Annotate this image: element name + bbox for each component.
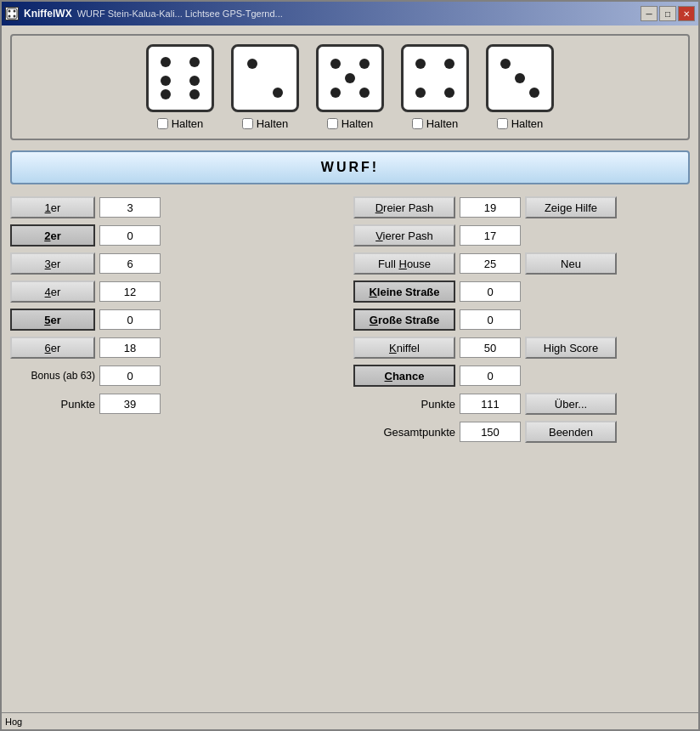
beenden-button[interactable]: Beenden bbox=[525, 421, 617, 443]
val-chance: 0 bbox=[460, 366, 521, 386]
dot bbox=[444, 88, 454, 98]
btn-kniffel[interactable]: Kniffel bbox=[353, 337, 455, 359]
svg-point-3 bbox=[8, 15, 11, 18]
dot bbox=[189, 89, 200, 99]
btn-4er[interactable]: 4er bbox=[10, 280, 95, 303]
val-5er: 0 bbox=[99, 309, 161, 330]
maximize-button[interactable]: □ bbox=[659, 6, 676, 21]
punkte-right-label: Punkte bbox=[353, 398, 455, 411]
btn-1er[interactable]: 1er bbox=[10, 196, 95, 218]
statusbar-text: Hog bbox=[5, 717, 22, 727]
dot bbox=[444, 59, 454, 69]
titlebar: KniffelWX WURF Stein-Kalua-Kali... Licht… bbox=[2, 2, 698, 26]
val-punkte-right: 111 bbox=[460, 394, 521, 414]
btn-dreier-pash[interactable]: Dreier Pash bbox=[353, 196, 455, 218]
val-2er: 0 bbox=[99, 225, 161, 246]
right-scores: Dreier Pash 19 Zeige Hilfe Vierer Pash 1… bbox=[353, 195, 690, 704]
window-controls: ─ □ ✕ bbox=[641, 6, 695, 21]
zeige-hilfe-button[interactable]: Zeige Hilfe bbox=[525, 196, 617, 218]
val-4er: 12 bbox=[99, 281, 161, 302]
dot bbox=[529, 88, 539, 98]
val-6er: 18 bbox=[99, 337, 161, 358]
score-row-3er: 3er 6 bbox=[10, 251, 347, 276]
wurf-area: WURF! bbox=[10, 147, 690, 188]
dot bbox=[330, 88, 341, 98]
btn-chance[interactable]: Chance bbox=[353, 365, 455, 387]
hold-2-checkbox[interactable] bbox=[242, 118, 253, 129]
close-button[interactable]: ✕ bbox=[678, 6, 695, 21]
svg-point-1 bbox=[8, 10, 11, 13]
die-2 bbox=[231, 44, 299, 112]
hold-5-label[interactable]: Halten bbox=[497, 117, 544, 130]
dot bbox=[189, 76, 200, 86]
die-5-container: Halten bbox=[486, 44, 554, 130]
hold-4-checkbox[interactable] bbox=[412, 118, 423, 129]
btn-kleine-strasse[interactable]: Kleine Straße bbox=[353, 280, 455, 303]
dot bbox=[415, 88, 426, 98]
hold-5-checkbox[interactable] bbox=[497, 118, 508, 129]
btn-full-house[interactable]: Full House bbox=[353, 252, 455, 275]
high-score-button[interactable]: High Score bbox=[525, 337, 617, 359]
bonus-label: Bonus (ab 63) bbox=[10, 370, 95, 382]
statusbar: Hog bbox=[2, 712, 698, 729]
svg-point-2 bbox=[14, 10, 16, 13]
score-row-fullhouse: Full House 25 Neu bbox=[353, 251, 690, 276]
die-1-container: Halten bbox=[146, 44, 214, 130]
val-grosse: 0 bbox=[460, 309, 521, 330]
val-punkte-left: 39 bbox=[99, 394, 161, 414]
punkte-left-row: Punkte 39 bbox=[10, 391, 347, 416]
score-row-grosse: Große Straße 0 bbox=[353, 307, 690, 332]
dot bbox=[247, 59, 257, 69]
dot bbox=[330, 59, 341, 69]
score-row-6er: 6er 18 bbox=[10, 335, 347, 360]
btn-6er[interactable]: 6er bbox=[10, 337, 95, 359]
minimize-button[interactable]: ─ bbox=[641, 6, 658, 21]
ueber-button[interactable]: Über... bbox=[525, 393, 617, 415]
dot bbox=[515, 73, 525, 83]
score-row-4er: 4er 12 bbox=[10, 279, 347, 304]
hold-2-label[interactable]: Halten bbox=[242, 117, 289, 130]
dot bbox=[161, 89, 171, 99]
gesamt-row: Gesamtpunkte 150 Beenden bbox=[353, 419, 690, 445]
die-3 bbox=[316, 44, 384, 112]
svg-point-4 bbox=[14, 15, 16, 18]
val-1er: 3 bbox=[99, 197, 161, 218]
wurf-button[interactable]: WURF! bbox=[10, 150, 690, 184]
score-row-vierer: Vierer Pash 17 bbox=[353, 223, 690, 248]
left-scores: 1er 3 2er 0 3er 6 4er 12 5er 0 bbox=[10, 195, 347, 704]
die-3-container: Halten bbox=[316, 44, 384, 130]
hold-1-label[interactable]: Halten bbox=[157, 117, 204, 130]
dice-row: Halten Halten bbox=[146, 44, 554, 130]
btn-2er[interactable]: 2er bbox=[10, 224, 95, 246]
hold-4-label[interactable]: Halten bbox=[412, 117, 459, 130]
app-icon bbox=[5, 7, 19, 20]
dot bbox=[161, 76, 171, 86]
dot bbox=[161, 57, 171, 67]
btn-3er[interactable]: 3er bbox=[10, 252, 95, 275]
val-kniffel: 50 bbox=[460, 337, 521, 358]
score-row-1er: 1er 3 bbox=[10, 195, 347, 220]
dot bbox=[415, 59, 426, 69]
val-fullhouse: 25 bbox=[460, 253, 521, 274]
neu-button[interactable]: Neu bbox=[525, 252, 617, 275]
val-gesamt: 150 bbox=[460, 422, 521, 442]
dot bbox=[500, 59, 511, 69]
scores-container: 1er 3 2er 0 3er 6 4er 12 5er 0 bbox=[10, 195, 690, 704]
hold-3-label[interactable]: Halten bbox=[327, 117, 374, 130]
score-row-dreier: Dreier Pash 19 Zeige Hilfe bbox=[353, 195, 690, 220]
hold-1-checkbox[interactable] bbox=[157, 118, 168, 129]
btn-vierer-pash[interactable]: Vierer Pash bbox=[353, 224, 455, 246]
dot bbox=[273, 88, 283, 98]
btn-grosse-strasse[interactable]: Große Straße bbox=[353, 309, 455, 331]
die-2-container: Halten bbox=[231, 44, 299, 130]
bonus-row: Bonus (ab 63) 0 bbox=[10, 363, 347, 388]
window-title: KniffelWX bbox=[24, 8, 72, 20]
main-window: KniffelWX WURF Stein-Kalua-Kali... Licht… bbox=[0, 0, 700, 731]
dot bbox=[359, 59, 370, 69]
dice-area: Halten Halten bbox=[10, 34, 690, 140]
gesamt-label: Gesamtpunkte bbox=[353, 426, 455, 439]
content-area: Halten Halten bbox=[2, 26, 698, 712]
btn-5er[interactable]: 5er bbox=[10, 309, 95, 331]
hold-3-checkbox[interactable] bbox=[327, 118, 338, 129]
svg-rect-0 bbox=[7, 8, 17, 19]
